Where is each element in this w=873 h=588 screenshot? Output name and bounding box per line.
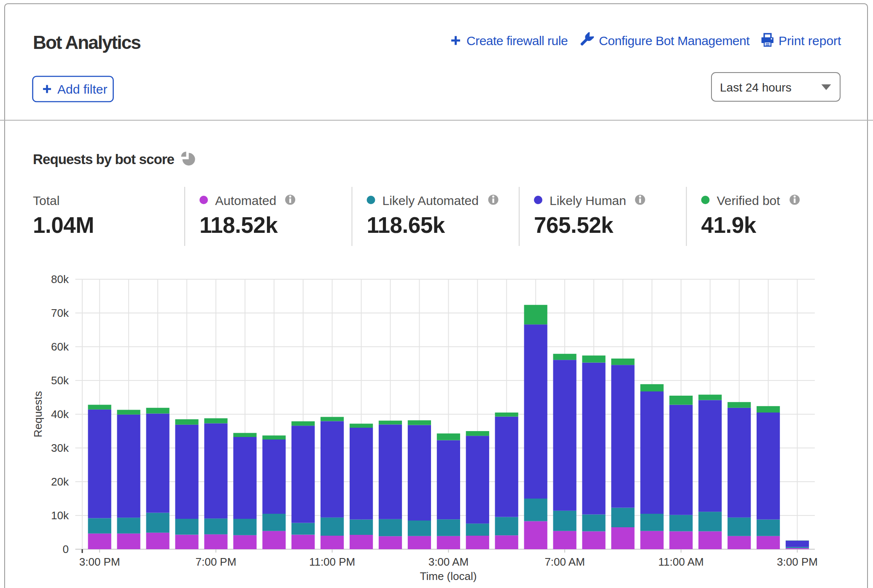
svg-text:Bot Analytics: Bot Analytics xyxy=(33,32,140,53)
svg-text:Last 24 hours: Last 24 hours xyxy=(720,81,792,94)
svg-text:7:00 AM: 7:00 AM xyxy=(544,556,585,568)
svg-text:Likely Automated: Likely Automated xyxy=(383,194,479,208)
svg-text:Add filter: Add filter xyxy=(57,82,107,96)
svg-text:Create firewall rule: Create firewall rule xyxy=(466,34,568,48)
svg-text:11:00 PM: 11:00 PM xyxy=(309,556,355,568)
svg-text:0: 0 xyxy=(63,543,69,556)
svg-text:80k: 80k xyxy=(51,273,69,286)
svg-text:30k: 30k xyxy=(51,442,69,454)
svg-text:40k: 40k xyxy=(51,408,69,421)
svg-text:20k: 20k xyxy=(51,475,69,488)
svg-text:Configure Bot Management: Configure Bot Management xyxy=(599,34,750,48)
svg-text:11:00 AM: 11:00 AM xyxy=(658,556,704,568)
svg-text:60k: 60k xyxy=(51,340,69,353)
svg-text:118.52k: 118.52k xyxy=(199,213,278,237)
svg-text:Automated: Automated xyxy=(215,194,276,208)
svg-text:50k: 50k xyxy=(51,374,69,387)
svg-text:765.52k: 765.52k xyxy=(534,213,614,237)
svg-text:Requests by bot score: Requests by bot score xyxy=(33,151,175,167)
svg-text:Likely Human: Likely Human xyxy=(550,194,626,208)
svg-text:Verified bot: Verified bot xyxy=(717,194,781,208)
svg-text:3:00 PM: 3:00 PM xyxy=(79,556,120,568)
svg-text:Print report: Print report xyxy=(779,34,841,48)
svg-text:10k: 10k xyxy=(51,509,69,522)
svg-text:Requests: Requests xyxy=(32,391,44,437)
svg-text:7:00 PM: 7:00 PM xyxy=(195,556,236,568)
svg-text:3:00 PM: 3:00 PM xyxy=(777,556,818,568)
svg-text:3:00 AM: 3:00 AM xyxy=(428,556,469,568)
svg-text:Time (local): Time (local) xyxy=(420,570,477,583)
svg-text:70k: 70k xyxy=(51,307,69,319)
svg-text:1.04M: 1.04M xyxy=(33,213,94,237)
svg-text:41.9k: 41.9k xyxy=(701,213,757,237)
svg-text:Total: Total xyxy=(33,194,59,208)
svg-text:118.65k: 118.65k xyxy=(367,213,445,237)
